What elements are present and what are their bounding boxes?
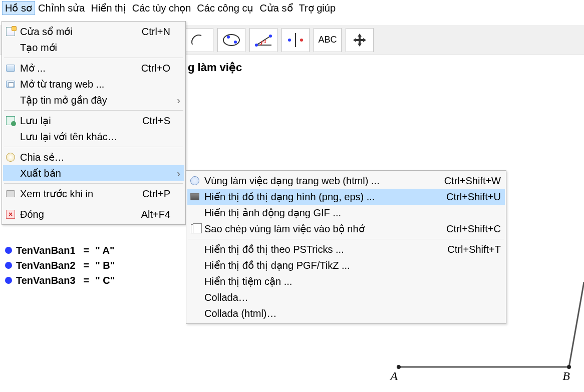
- submenu-arrow-icon: ›: [174, 168, 180, 179]
- algebra-row[interactable]: TenVanBan2 = " B": [5, 258, 115, 273]
- blank-icon: [189, 244, 200, 255]
- file-menu: Cửa sổ mới Ctrl+N Tạo mới Mở ... Ctrl+O …: [2, 21, 186, 225]
- blank-icon: [189, 292, 200, 303]
- menu-accelerator: Ctrl+Shift+T: [439, 244, 501, 255]
- blank-icon: [189, 260, 200, 271]
- menu-accelerator: Ctrl+N: [134, 26, 170, 38]
- menu-export-asymptote[interactable]: Hiển thị tiệm cận ...: [187, 273, 505, 289]
- svg-point-1: [227, 36, 230, 39]
- object-name: TenVanBan2: [16, 260, 78, 271]
- menu-label: Mở từ trang web ...: [20, 78, 170, 90]
- menu-accelerator: Ctrl+Shift+U: [438, 191, 501, 203]
- menu-separator: [4, 58, 183, 58]
- menu-export-collada[interactable]: Collada…: [187, 289, 505, 305]
- menu-label: Tạo mới: [20, 42, 170, 54]
- print-preview-icon: [5, 188, 16, 199]
- equals-sign: =: [82, 245, 92, 256]
- object-value: " C": [95, 275, 115, 286]
- blank-icon: [5, 95, 16, 106]
- image-icon: [189, 191, 200, 202]
- menu-export-collada-html[interactable]: Collada (html)…: [187, 305, 505, 321]
- menu-label: Sao chép vùng làm việc vào bộ nhớ: [204, 223, 434, 235]
- menu-label: Collada (html)…: [204, 308, 501, 319]
- menu-save-as[interactable]: Lưu lại với tên khác…: [3, 129, 184, 145]
- folder-web-icon: [5, 79, 16, 90]
- svg-point-2: [234, 41, 237, 44]
- tool-reflect[interactable]: [281, 28, 310, 52]
- svg-text:α: α: [263, 39, 266, 44]
- menu-separator: [188, 239, 504, 239]
- menu-print-preview[interactable]: Xem trước khi in Ctrl+P: [3, 186, 184, 202]
- menu-open-web[interactable]: Mở từ trang web ...: [3, 76, 184, 92]
- object-name: TenVanBan3: [16, 275, 78, 286]
- export-submenu: Vùng làm việc dạng trang web (html) ... …: [186, 170, 506, 324]
- menu-export-html[interactable]: Vùng làm việc dạng trang web (html) ... …: [187, 173, 505, 189]
- object-name: TenVanBan1: [16, 245, 78, 256]
- svg-point-6: [255, 44, 258, 47]
- menu-export-tikz[interactable]: Hiển thị đồ thị dạng PGF/TikZ ...: [187, 257, 505, 273]
- menu-label: Hiển thị đồ thị dạng PGF/TikZ ...: [204, 259, 501, 271]
- web-icon: [189, 175, 200, 186]
- save-icon: [5, 115, 16, 126]
- menu-separator: [4, 204, 183, 204]
- menu-label: Xuất bản: [20, 167, 170, 179]
- menu-label: Hiển thị ảnh động dạng GIF ...: [204, 207, 501, 219]
- menu-label: Lưu lại: [20, 115, 130, 127]
- svg-line-14: [569, 282, 584, 367]
- menu-export-copy[interactable]: Sao chép vùng làm việc vào bộ nhớ Ctrl+S…: [187, 221, 505, 237]
- submenu-arrow-icon: ›: [174, 95, 180, 106]
- share-icon: [5, 152, 16, 163]
- svg-point-9: [288, 39, 291, 42]
- menubar-view[interactable]: Hiển thị: [88, 1, 129, 15]
- menu-label: Hiển thị đồ thị theo PSTricks ...: [204, 243, 435, 255]
- menu-save[interactable]: Lưu lại Ctrl+S: [3, 113, 184, 129]
- new-window-icon: [5, 26, 16, 37]
- menubar-window[interactable]: Cửa sổ: [256, 1, 296, 15]
- svg-point-0: [223, 35, 239, 46]
- svg-point-16: [567, 365, 571, 369]
- menu-accelerator: Ctrl+Shift+C: [438, 223, 501, 235]
- blank-icon: [189, 276, 200, 287]
- menubar-file[interactable]: Hồ sơ: [2, 1, 35, 15]
- tool-arc-fragment[interactable]: [185, 28, 213, 52]
- visibility-dot-icon[interactable]: [5, 262, 12, 269]
- menu-export-gif[interactable]: Hiển thị ảnh động dạng GIF ...: [187, 205, 505, 221]
- point-label-b: B: [562, 369, 570, 383]
- menu-new[interactable]: Tạo mới: [3, 40, 184, 56]
- visibility-dot-icon[interactable]: [5, 277, 12, 284]
- menubar-edit[interactable]: Chỉnh sửa: [35, 1, 88, 15]
- blank-icon: [189, 308, 200, 319]
- section-title-fragment: g làm việc: [188, 61, 242, 74]
- menu-label: Lưu lại với tên khác…: [20, 131, 170, 143]
- tool-ellipse[interactable]: [217, 28, 245, 52]
- algebra-view: TenVanBan1 = " A" TenVanBan2 = " B" TenV…: [5, 243, 115, 288]
- menu-recent[interactable]: Tập tin mở gần đây ›: [3, 92, 184, 108]
- tool-move-view[interactable]: [346, 28, 374, 52]
- menu-label: Chia sẻ…: [20, 151, 170, 163]
- algebra-row[interactable]: TenVanBan1 = " A": [5, 243, 115, 258]
- menu-label: Đóng: [20, 209, 129, 220]
- menu-label: Hiển thị tiệm cận ...: [204, 275, 501, 287]
- menu-open[interactable]: Mở ... Ctrl+O: [3, 60, 184, 76]
- object-value: " A": [95, 245, 114, 256]
- tool-angle[interactable]: α: [249, 28, 277, 52]
- menu-label: Cửa sổ mới: [20, 26, 130, 38]
- point-label-a: A: [390, 369, 398, 383]
- visibility-dot-icon[interactable]: [5, 247, 12, 254]
- menu-export-pstricks[interactable]: Hiển thị đồ thị theo PSTricks ... Ctrl+S…: [187, 241, 505, 257]
- menu-export[interactable]: Xuất bản ›: [3, 165, 184, 181]
- menu-accelerator: Ctrl+Shift+W: [436, 175, 501, 187]
- menu-accelerator: Ctrl+S: [134, 115, 170, 127]
- menubar-tools[interactable]: Các công cụ: [194, 1, 256, 15]
- menu-share[interactable]: Chia sẻ…: [3, 149, 184, 165]
- menu-new-window[interactable]: Cửa sổ mới Ctrl+N: [3, 24, 184, 40]
- blank-icon: [5, 42, 16, 53]
- tool-text[interactable]: ABC: [314, 28, 342, 52]
- svg-point-7: [269, 35, 272, 38]
- algebra-row[interactable]: TenVanBan3 = " C": [5, 273, 115, 288]
- blank-icon: [5, 168, 16, 179]
- menubar-help[interactable]: Trợ giúp: [296, 1, 339, 15]
- menu-export-png[interactable]: Hiển thị đồ thị dạng hình (png, eps) ...…: [187, 189, 505, 205]
- menu-close[interactable]: × Đóng Alt+F4: [3, 206, 184, 222]
- menubar-options[interactable]: Các tùy chọn: [129, 1, 194, 15]
